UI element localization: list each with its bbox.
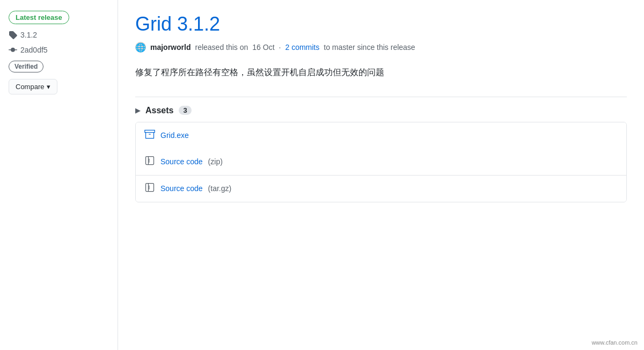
dot-separator: ·: [279, 43, 281, 52]
asset-name-source-targz: Source code: [160, 184, 203, 193]
asset-item-source-zip[interactable]: Source code (zip): [136, 149, 626, 176]
compare-label: Compare: [16, 83, 44, 91]
asset-row-1-wrapper: Grid.exe: [136, 122, 626, 149]
assets-list: Grid.exe Source code (zip): [135, 122, 627, 202]
commit-hash: 2ad0df5: [20, 46, 48, 54]
assets-count: 3: [179, 106, 191, 115]
compare-button[interactable]: Compare ▾: [9, 79, 57, 94]
svg-rect-0: [145, 130, 155, 132]
source-code-zip-icon: [144, 155, 155, 169]
tag-version: 3.1.2: [20, 31, 37, 39]
sidebar: Latest release 3.1.2 2ad0df5 Verified Co…: [0, 0, 118, 350]
assets-label: Assets: [145, 106, 173, 115]
asset-name-grid-exe: Grid.exe: [160, 131, 189, 140]
tag-row: 3.1.2: [9, 31, 109, 39]
divider: [135, 97, 627, 97]
package-icon: [144, 129, 155, 142]
asset-item-source-targz[interactable]: Source code (tar.gz): [136, 176, 626, 202]
release-author[interactable]: majorworld: [150, 43, 191, 52]
release-date: 16 Oct: [252, 43, 274, 52]
commits-link[interactable]: 2 commits: [285, 43, 319, 52]
avatar: 🌐: [135, 42, 146, 53]
tag-icon: [9, 31, 17, 39]
assets-header: ▶ Assets 3: [135, 106, 627, 115]
asset-extra-zip: (zip): [208, 157, 223, 166]
asset-extra-targz: (tar.gz): [208, 184, 232, 193]
latest-release-badge: Latest release: [9, 11, 69, 24]
asset-name-source-zip: Source code: [160, 157, 203, 166]
watermark: www.cfan.com.cn: [591, 339, 638, 346]
verified-badge: Verified: [9, 61, 43, 72]
release-meta: 🌐 majorworld released this on 16 Oct · 2…: [135, 42, 627, 53]
avatar-globe-icon: 🌐: [135, 42, 146, 53]
source-code-targz-icon: [144, 182, 155, 195]
asset-item-grid-exe[interactable]: Grid.exe: [136, 122, 626, 149]
released-text: released this on: [195, 43, 248, 52]
main-content: Grid 3.1.2 🌐 majorworld released this on…: [118, 0, 644, 350]
release-description: 修复了程序所在路径有空格，虽然设置开机自启成功但无效的问题: [135, 65, 627, 79]
commit-icon: [9, 46, 17, 54]
release-title: Grid 3.1.2: [135, 13, 627, 35]
commits-suffix: to master since this release: [324, 43, 415, 52]
assets-toggle-icon[interactable]: ▶: [135, 107, 140, 114]
chevron-down-icon: ▾: [47, 83, 50, 91]
commit-row: 2ad0df5: [9, 46, 109, 54]
